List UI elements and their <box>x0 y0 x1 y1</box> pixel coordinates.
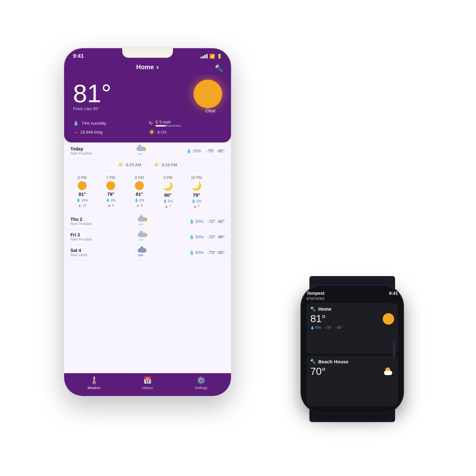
today-label: Today <box>70 146 96 151</box>
today-weather-icon <box>136 147 146 155</box>
daily-weather-icon <box>138 248 147 256</box>
drop-icon: 💧 <box>106 198 110 202</box>
wind-bar <box>155 125 181 127</box>
today-rain-pct: 💧20% <box>186 149 201 153</box>
hourly-moon-icon: 🌙 <box>163 181 173 191</box>
hourly-item: 6 PM 81° 💧15% ▲ 11 <box>68 174 96 209</box>
hourly-item: 8 PM 81° 💧0% ▲ 9 <box>125 174 154 209</box>
watch-station-icon: 🔦 <box>310 307 316 312</box>
forecast-section: Today Rain Possible <box>64 142 231 373</box>
uv-detail: ☀️ 6 UV <box>149 129 222 135</box>
watch-beach-temp: 70° <box>310 366 326 377</box>
watch-body: Tempest 9:41 STATIONS 🔦 Home 81° 💧75 <box>301 286 403 413</box>
sun-icon <box>194 80 222 108</box>
today-stats: 💧20% ↓75° ↑81° <box>186 149 225 153</box>
signal-bar-3 <box>204 55 206 58</box>
hourly-sun-icon <box>135 181 144 190</box>
watch-temp: 81° <box>310 313 326 325</box>
daily-row-fri: Fri 3 Rain Possible <box>64 229 231 245</box>
rain-cloud-icon <box>138 233 147 241</box>
uv-icon: ☀️ <box>149 129 155 135</box>
condition-label: Clear <box>205 108 216 113</box>
today-temp-range: ↓75° ↑81° <box>206 149 225 153</box>
partly-cloudy-icon <box>384 367 394 375</box>
tab-weather[interactable]: 🌡️ Weather <box>81 376 107 390</box>
history-tab-icon: 📅 <box>143 376 152 385</box>
scene: 9:41 📶 🔋 Home ∨ 🔦 <box>63 48 413 428</box>
tab-bar: 🌡️ Weather 📅 History ⚙️ Settings <box>64 373 231 396</box>
watch-crown[interactable] <box>393 341 395 357</box>
daily-stats: 💧60% ↓73° ↑82° <box>189 250 225 255</box>
daily-row-thu: Thu 2 Rain Possible <box>64 214 231 229</box>
daily-weather-icon <box>138 233 147 241</box>
rain-cloud-icon <box>136 147 146 155</box>
watch-app-name: Tempest <box>307 291 325 296</box>
history-tab-label: History <box>142 386 153 390</box>
hourly-scroll[interactable]: 6 PM 81° 💧15% ▲ 11 7 PM 79° 💧0% ▲ 9 <box>64 170 231 214</box>
hourly-item: 9 PM 🌙 80° 💧5% ▲ 7 <box>154 174 182 209</box>
wifi-icon: 📶 <box>209 54 215 59</box>
weather-tab-label: Weather <box>88 386 101 390</box>
daily-row-sat: Sat 4 Rain Likely <box>64 245 231 260</box>
weather-main: 81° Feels Like 85° Clear 💧 74% humidity … <box>64 75 231 142</box>
watch-header: Tempest 9:41 <box>307 291 398 296</box>
sunset-item: 🌤️ 8:18 PM <box>154 162 177 168</box>
watch-station-beach[interactable]: 🔦 Beach House 70° <box>307 356 398 407</box>
phone: 9:41 📶 🔋 Home ∨ 🔦 <box>63 48 232 397</box>
drop-icon: 💧 <box>76 198 81 202</box>
heavy-rain-icon <box>138 248 147 256</box>
status-icons: 📶 🔋 <box>201 54 222 59</box>
weather-tab-icon: 🌡️ <box>90 376 98 385</box>
apple-watch: Tempest 9:41 STATIONS 🔦 Home 81° 💧75 <box>292 276 413 422</box>
humidity-detail: 💧 74% humidity <box>73 120 146 127</box>
tab-settings[interactable]: ⚙️ Settings <box>188 376 214 390</box>
settings-tab-label: Settings <box>195 386 208 390</box>
sunset-icon: 🌤️ <box>154 162 160 168</box>
hourly-sun-icon <box>106 181 115 190</box>
tab-history[interactable]: 📅 History <box>135 376 160 390</box>
daily-stats: 💧30% ↓72° ↑86° <box>189 235 225 239</box>
drop-icon: 💧 <box>163 199 167 203</box>
sunrise-row: 🌤️ 6:25 AM 🌤️ 8:18 PM <box>64 159 231 170</box>
drop-icon: 💧 <box>134 198 139 202</box>
app-header: Home ∨ 🔦 <box>64 62 231 75</box>
chevron-down-icon: ∨ <box>156 65 159 70</box>
watch-high-stat: ↑81° <box>335 325 342 330</box>
flashlight-icon[interactable]: 🔦 <box>215 64 223 73</box>
watch-station-name: Home <box>318 306 332 312</box>
watch-sun-icon <box>383 313 394 325</box>
watch-beach-name: Beach House <box>318 359 348 364</box>
pressure-detail: → 29.949 inHg <box>73 129 146 135</box>
phone-notch <box>122 48 173 58</box>
watch-station-home[interactable]: 🔦 Home 81° 💧75% ↓75° ↑81° <box>307 303 398 354</box>
humidity-icon: 💧 <box>73 120 79 126</box>
header-title-text: Home <box>136 63 154 71</box>
today-row: Today Rain Possible <box>64 142 231 159</box>
watch-station-icon-beach: 🔦 <box>310 359 316 364</box>
header-title[interactable]: Home ∨ <box>136 63 159 71</box>
watch-humidity-stat: 💧75% <box>310 326 321 329</box>
hourly-moon-icon: 🌙 <box>191 181 202 191</box>
drop-icon: 💧 <box>191 199 196 203</box>
current-temp: 81° <box>73 81 111 106</box>
daily-stats: 💧20% ↓72° ↑82° <box>189 219 225 224</box>
status-time: 9:41 <box>73 53 84 59</box>
wind-icon: ↻ <box>149 120 153 126</box>
hourly-item: 7 PM 79° 💧0% ▲ 9 <box>96 174 125 209</box>
watch-time: 9:41 <box>389 291 398 296</box>
hourly-item: 10 PM 🌙 79° 💧5% ▲ 7 <box>182 174 211 209</box>
sunrise-item: 🌤️ 6:25 AM <box>118 162 141 168</box>
sunrise-icon: 🌤️ <box>118 162 124 168</box>
signal-bar-4 <box>206 54 208 58</box>
rain-cloud-icon <box>138 217 147 225</box>
watch-stats-row: 💧75% ↓75° ↑81° <box>310 325 394 330</box>
daily-weather-icon <box>138 217 147 225</box>
wind-detail: ↻ E 5 mph <box>149 120 222 127</box>
hourly-sun-icon <box>78 181 87 190</box>
signal-bar-1 <box>201 57 202 58</box>
watch-screen: Tempest 9:41 STATIONS 🔦 Home 81° 💧75 <box>301 286 403 413</box>
watch-stations-label: STATIONS <box>307 297 398 301</box>
battery-icon: 🔋 <box>217 54 222 59</box>
today-sub: Rain Possible <box>70 151 96 155</box>
signal-bar-2 <box>202 56 204 58</box>
